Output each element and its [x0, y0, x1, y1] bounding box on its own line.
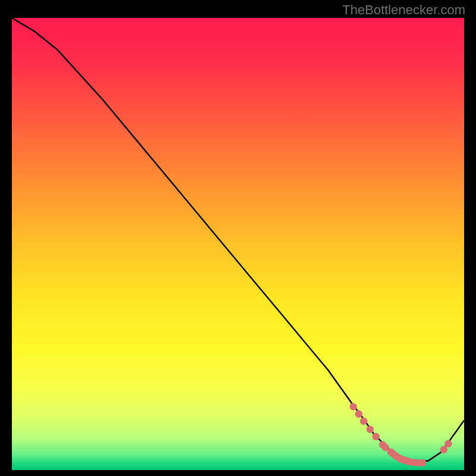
data-point-marker [360, 418, 367, 425]
data-point-marker [372, 433, 380, 440]
data-point-marker [350, 403, 357, 410]
plot-area [12, 18, 464, 470]
watermark-text: TheBottlenecker.com [342, 2, 465, 18]
data-point-marker [419, 459, 426, 466]
data-point-marker [440, 446, 447, 453]
gradient-background [12, 18, 464, 470]
data-point-marker [367, 425, 374, 433]
bottleneck-chart [12, 18, 464, 470]
data-point-marker [444, 440, 452, 447]
chart-stage: TheBottlenecker.com [0, 0, 476, 476]
data-point-marker [355, 411, 362, 418]
